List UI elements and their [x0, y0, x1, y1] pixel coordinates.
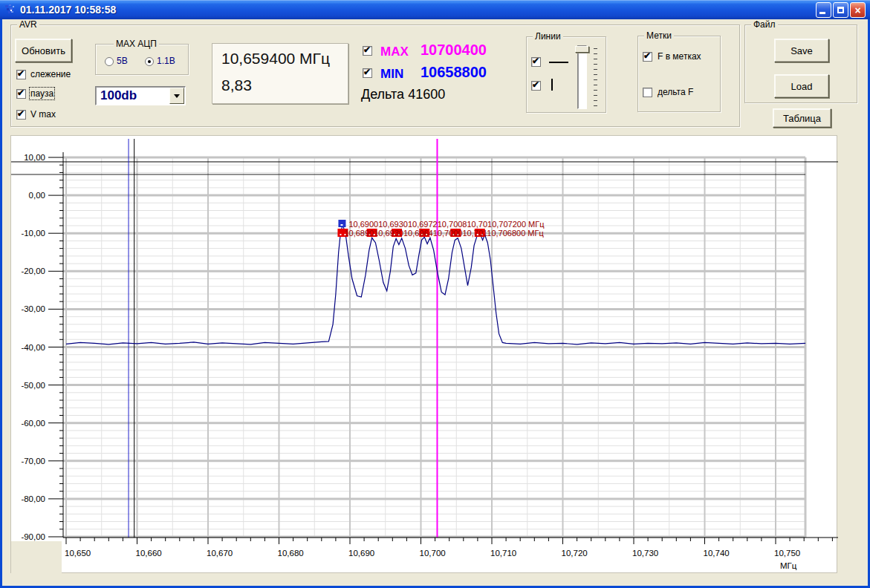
max-label: MAX	[380, 45, 409, 59]
lines-group: Линии	[526, 36, 606, 113]
range-combobox-value: 100db	[100, 88, 137, 103]
file-group-label: Файл	[751, 19, 778, 30]
marker-labels-row2: 10,689010,693010,696410,700010,70110,706…	[344, 229, 544, 238]
x-tick-label: 10,670	[207, 549, 233, 558]
spectrum-chart: 10,690010,693010,697210,700810,7010,7072…	[11, 136, 838, 574]
x-tick-label: 10,700	[420, 549, 446, 558]
close-icon: ×	[854, 5, 860, 16]
blue-peak-marker	[338, 220, 345, 227]
x-tick-label: 10,690	[348, 549, 374, 558]
titlebar[interactable]: 01.11.2017 10:58:58 ×	[0, 0, 870, 19]
level-slider-ticks	[594, 48, 597, 106]
x-tick-label: 10,740	[704, 549, 730, 558]
y-tick-label: -10,00	[21, 229, 45, 238]
chevron-down-icon	[174, 94, 180, 98]
y-tick-label: -80,00	[21, 494, 45, 503]
app-icon	[4, 4, 16, 16]
x-tick-label: 10,750	[774, 549, 800, 558]
x-tick-label: 10,650	[65, 549, 91, 558]
y-tick-label: -40,00	[21, 343, 45, 352]
refresh-button[interactable]: Обновить	[15, 39, 72, 62]
minimize-icon	[819, 12, 825, 14]
cursor-lines[interactable]	[11, 139, 838, 538]
table-button[interactable]: Таблица	[773, 108, 831, 128]
f-in-marks-label[interactable]: F в метках	[658, 51, 701, 62]
axes: 10,65010,66010,67010,68010,69010,70010,7…	[21, 152, 838, 570]
corner-patch	[11, 541, 62, 574]
y-tick-label: -60,00	[21, 419, 45, 428]
y-tick-label: -50,00	[21, 381, 45, 390]
adc-group-label: MAX АЦП	[114, 39, 159, 49]
save-button[interactable]: Save	[774, 39, 829, 62]
delta-f-label[interactable]: дельта F	[658, 87, 693, 97]
y-tick-label: -20,00	[21, 267, 45, 275]
y-tick-label: 0,00	[29, 191, 45, 200]
delta-f-checkbox[interactable]	[643, 88, 652, 97]
x-tick-label: 10,680	[278, 549, 304, 558]
x-tick-label: 10,720	[562, 549, 588, 558]
hline-checkbox[interactable]	[531, 57, 541, 67]
x-tick-label: 10,730	[632, 549, 658, 558]
y-tick-label: -70,00	[21, 457, 45, 466]
minimize-button[interactable]	[816, 2, 831, 18]
level-slider-track[interactable]	[577, 45, 587, 109]
maximize-button[interactable]	[833, 2, 848, 18]
radio-1v1[interactable]	[145, 57, 154, 66]
y-tick-label: -90,00	[21, 532, 45, 541]
marks-group-label: Метки	[644, 30, 674, 41]
lines-group-label: Линии	[533, 31, 563, 42]
x-tick-label: 10,710	[490, 549, 516, 558]
radio-1v1-label[interactable]: 1.1В	[157, 56, 175, 66]
min-checkbox[interactable]	[363, 68, 372, 78]
vline-checkbox[interactable]	[531, 81, 541, 91]
close-button[interactable]: ×	[850, 2, 866, 18]
vmax-checkbox[interactable]	[16, 110, 26, 120]
peak-markers: 10,690010,693010,697210,700810,7010,7072…	[337, 220, 545, 238]
plot-panel: 10,690010,693010,697210,700810,7010,7072…	[10, 135, 837, 573]
x-tick-label: 10,660	[136, 549, 162, 558]
horizontal-line-icon	[549, 62, 568, 63]
y-tick-label: 10,00	[24, 153, 45, 162]
adc-group: MAX АЦП 5В 1.1В	[95, 44, 189, 75]
min-label: MIN	[380, 67, 403, 82]
tracking-checkbox[interactable]	[16, 70, 26, 79]
pause-checkbox[interactable]	[16, 89, 26, 99]
radio-5v[interactable]	[105, 57, 114, 66]
min-value: 10658800	[421, 64, 487, 81]
range-combobox-drop-button[interactable]	[169, 88, 184, 104]
pause-checkbox-label[interactable]: пауза	[30, 88, 53, 99]
marker-labels-row1: 10,690010,693010,697210,700810,7010,7072…	[348, 220, 545, 229]
x-axis-unit: МГц	[780, 561, 797, 570]
vmax-checkbox-label[interactable]: V max	[30, 109, 56, 120]
level-display-value: 8,83	[221, 76, 252, 94]
max-checkbox[interactable]	[363, 46, 372, 56]
delta-label: Дельта 41600	[361, 87, 445, 102]
y-tick-label: -30,00	[21, 304, 45, 313]
f-in-marks-checkbox[interactable]	[643, 52, 652, 62]
app-window: 01.11.2017 10:58:58 × AVR Обновить слеже…	[0, 0, 870, 588]
avr-group-label: AVR	[17, 19, 39, 30]
freq-display-value: 10,659400 МГц	[221, 50, 330, 68]
max-value: 10700400	[421, 42, 487, 59]
window-title: 01.11.2017 10:58:58	[20, 4, 116, 16]
vertical-line-icon	[551, 79, 553, 91]
range-combobox[interactable]: 100db	[95, 86, 186, 105]
level-slider-thumb[interactable]	[575, 46, 589, 53]
spectrum-trace	[66, 225, 805, 344]
grid	[63, 157, 805, 538]
tracking-checkbox-label[interactable]: слежение	[30, 69, 71, 79]
load-button[interactable]: Load	[774, 74, 829, 98]
freq-display-panel: 10,659400 МГц 8,83	[212, 43, 348, 104]
marks-group: Метки F в метках дельта F	[637, 36, 721, 112]
radio-5v-label[interactable]: 5В	[117, 56, 128, 66]
maximize-icon	[837, 7, 844, 13]
